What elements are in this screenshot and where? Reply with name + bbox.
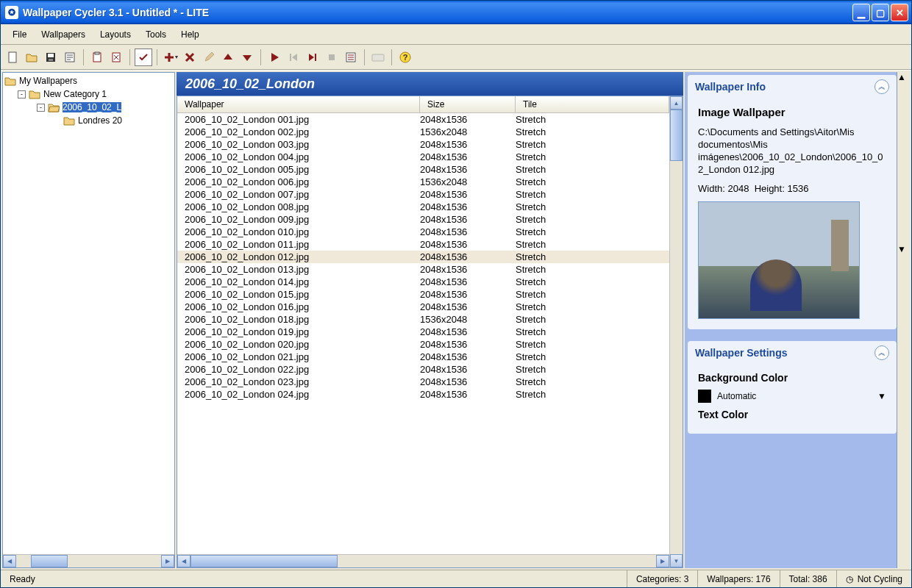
bg-color-select[interactable]: Automatic ▼: [698, 387, 886, 406]
menu-help[interactable]: Help: [174, 27, 207, 42]
scroll-right-icon[interactable]: ▶: [161, 555, 174, 567]
keyboard-icon[interactable]: [369, 49, 387, 66]
collapse-up-icon[interactable]: ︽: [874, 345, 889, 360]
menu-tools[interactable]: Tools: [138, 27, 174, 42]
table-row[interactable]: 2006_10_02_London 003.jpg2048x1536Stretc…: [177, 138, 669, 151]
scroll-up-icon[interactable]: ▲: [670, 96, 683, 110]
tree-root[interactable]: My Wallpapers: [4, 74, 173, 87]
table-row[interactable]: 2006_10_02_London 024.jpg2048x1536Stretc…: [177, 388, 669, 401]
menu-file[interactable]: File: [5, 27, 34, 42]
cell-size: 2048x1536: [420, 376, 516, 387]
table-row[interactable]: 2006_10_02_London 013.jpg2048x1536Stretc…: [177, 263, 669, 276]
cell-tile: Stretch: [516, 389, 669, 400]
table-row[interactable]: 2006_10_02_London 018.jpg1536x2048Stretc…: [177, 313, 669, 326]
cell-tile: Stretch: [516, 251, 669, 262]
cell-size: 2048x1536: [420, 276, 516, 287]
tree-item[interactable]: - 2006_10_02_L: [4, 101, 173, 114]
check-icon[interactable]: [135, 49, 152, 66]
cell-tile: Stretch: [516, 326, 669, 337]
table-row[interactable]: 2006_10_02_London 009.jpg2048x1536Stretc…: [177, 213, 669, 226]
clock-icon: ◷: [846, 574, 853, 584]
delete-icon[interactable]: [181, 49, 199, 66]
statusbar: Ready Categories: 3 Wallpapers: 176 Tota…: [1, 570, 911, 587]
scroll-right-icon[interactable]: ▶: [656, 555, 669, 567]
table-row[interactable]: 2006_10_02_London 002.jpg1536x2048Stretc…: [177, 126, 669, 138]
clipboard-add-icon[interactable]: [88, 49, 106, 66]
collapse-icon[interactable]: -: [18, 90, 26, 98]
list-hscrollbar[interactable]: ◀ ▶: [177, 554, 669, 567]
save-icon[interactable]: [42, 49, 60, 66]
scroll-left-icon[interactable]: ◀: [177, 555, 190, 567]
col-wallpaper[interactable]: Wallpaper: [177, 96, 420, 112]
folder-icon: [4, 76, 16, 86]
play-icon[interactable]: [266, 49, 283, 66]
prev-icon[interactable]: [285, 49, 302, 66]
cell-size: 2048x1536: [420, 189, 516, 200]
svg-rect-9: [315, 54, 316, 61]
menu-layouts[interactable]: Layouts: [93, 27, 138, 42]
cell-size: 2048x1536: [420, 264, 516, 275]
table-row[interactable]: 2006_10_02_London 019.jpg2048x1536Stretc…: [177, 326, 669, 338]
next-icon[interactable]: [304, 49, 321, 66]
scroll-down-icon[interactable]: ▼: [670, 554, 683, 567]
table-row[interactable]: 2006_10_02_London 016.jpg2048x1536Stretc…: [177, 301, 669, 313]
tree-item[interactable]: - New Category 1: [4, 87, 173, 101]
cell-name: 2006_10_02_London 007.jpg: [177, 189, 420, 200]
scroll-up-icon[interactable]: ▲: [897, 72, 910, 82]
table-row[interactable]: 2006_10_02_London 001.jpg2048x1536Stretc…: [177, 113, 669, 126]
table-row[interactable]: 2006_10_02_London 020.jpg2048x1536Stretc…: [177, 338, 669, 351]
status-total: Total: 386: [780, 570, 836, 587]
table-row[interactable]: 2006_10_02_London 005.jpg2048x1536Stretc…: [177, 163, 669, 176]
table-row[interactable]: 2006_10_02_London 022.jpg2048x1536Stretc…: [177, 363, 669, 376]
up-icon[interactable]: [219, 49, 237, 66]
clipboard-delete-icon[interactable]: [107, 49, 125, 66]
cell-name: 2006_10_02_London 009.jpg: [177, 214, 420, 225]
tree-hscrollbar[interactable]: ◀ ▶: [3, 554, 174, 567]
list-rows: 2006_10_02_London 001.jpg2048x1536Stretc…: [177, 113, 669, 554]
list-icon[interactable]: [342, 49, 360, 66]
table-row[interactable]: 2006_10_02_London 008.jpg2048x1536Stretc…: [177, 201, 669, 213]
new-icon[interactable]: [4, 49, 21, 66]
side-vscrollbar[interactable]: ▲ ▼: [897, 72, 910, 568]
down-icon[interactable]: [238, 49, 256, 66]
table-row[interactable]: 2006_10_02_London 021.jpg2048x1536Stretc…: [177, 351, 669, 363]
info-panel: Wallpaper Info ︽ Image Wallpaper C:\Docu…: [688, 75, 897, 329]
status-ready: Ready: [1, 570, 627, 587]
properties-icon[interactable]: [61, 49, 79, 66]
add-icon[interactable]: ▾: [162, 49, 179, 66]
collapse-icon[interactable]: -: [37, 104, 45, 112]
column-headers: Wallpaper Size Tile: [177, 96, 669, 113]
collapse-up-icon[interactable]: ︽: [874, 79, 889, 94]
table-row[interactable]: 2006_10_02_London 011.jpg2048x1536Stretc…: [177, 238, 669, 251]
scroll-left-icon[interactable]: ◀: [3, 555, 16, 567]
tree-label: Londres 20: [78, 115, 122, 126]
edit-icon[interactable]: [200, 49, 218, 66]
list-vscrollbar[interactable]: ▲ ▼: [669, 96, 683, 567]
tree-item[interactable]: Londres 20: [4, 114, 173, 127]
table-row[interactable]: 2006_10_02_London 015.jpg2048x1536Stretc…: [177, 288, 669, 301]
cell-tile: Stretch: [516, 226, 669, 237]
table-row[interactable]: 2006_10_02_London 012.jpg2048x1536Stretc…: [177, 251, 669, 263]
col-tile[interactable]: Tile: [516, 96, 669, 112]
close-button[interactable]: ✕: [891, 4, 908, 21]
stop-icon[interactable]: [323, 49, 341, 66]
info-dimensions: Width: 2048 Height: 1536: [698, 183, 886, 194]
info-path: C:\Documents and Settings\Aitor\Mis docu…: [698, 126, 886, 176]
table-row[interactable]: 2006_10_02_London 010.jpg2048x1536Stretc…: [177, 226, 669, 238]
table-row[interactable]: 2006_10_02_London 006.jpg1536x2048Stretc…: [177, 176, 669, 188]
cell-tile: Stretch: [516, 114, 669, 125]
table-row[interactable]: 2006_10_02_London 007.jpg2048x1536Stretc…: [177, 188, 669, 201]
table-row[interactable]: 2006_10_02_London 004.jpg2048x1536Stretc…: [177, 151, 669, 163]
cell-size: 2048x1536: [420, 164, 516, 175]
col-size[interactable]: Size: [420, 96, 516, 112]
menu-wallpapers[interactable]: Wallpapers: [34, 27, 93, 42]
table-row[interactable]: 2006_10_02_London 023.jpg2048x1536Stretc…: [177, 376, 669, 388]
open-icon[interactable]: [23, 49, 40, 66]
scroll-down-icon[interactable]: ▼: [897, 244, 910, 254]
minimize-button[interactable]: ▁: [852, 4, 870, 21]
maximize-button[interactable]: ▢: [872, 4, 889, 21]
color-swatch: [698, 390, 711, 403]
table-row[interactable]: 2006_10_02_London 014.jpg2048x1536Stretc…: [177, 276, 669, 288]
cell-tile: Stretch: [516, 364, 669, 375]
help-icon[interactable]: ?: [396, 49, 414, 66]
